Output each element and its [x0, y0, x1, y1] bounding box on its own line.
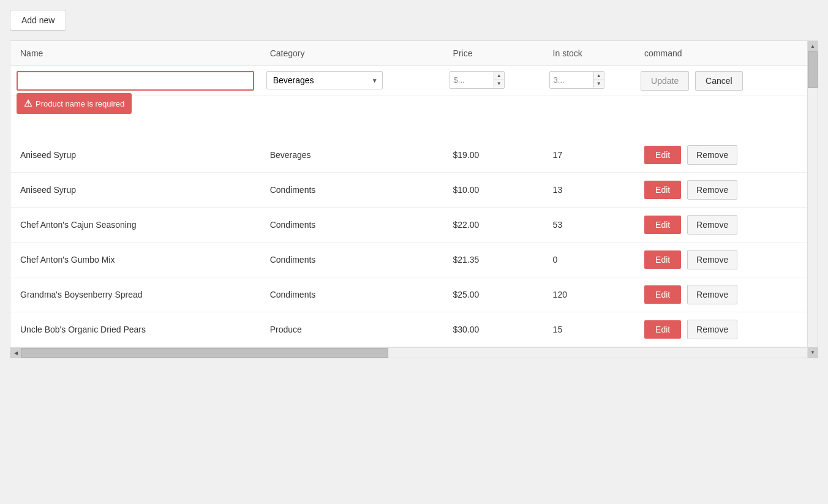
remove-button[interactable]: Remove: [687, 320, 737, 339]
instock-display: 3...: [550, 72, 593, 88]
col-header-instock: In stock: [543, 41, 634, 66]
edit-button[interactable]: Edit: [644, 146, 681, 164]
col-header-category: Category: [260, 41, 443, 66]
validation-icon: ⚠: [24, 98, 32, 109]
product-instock-cell: 13: [543, 173, 634, 208]
horizontal-scrollbar: ◀ ▶: [10, 347, 818, 358]
product-price-cell: $21.35: [443, 243, 543, 277]
edit-command-cell: Update Cancel: [634, 66, 818, 96]
edit-button[interactable]: Edit: [644, 250, 681, 269]
product-command-cell: Edit Remove: [634, 277, 818, 312]
scroll-up-button[interactable]: ▲: [808, 41, 818, 51]
table-container: Name Category Price In stock command: [10, 40, 818, 358]
edit-button[interactable]: Edit: [644, 216, 681, 234]
scroll-thumb-vertical[interactable]: [808, 51, 818, 88]
product-price-cell: $25.00: [443, 277, 543, 312]
product-category-cell: Condiments: [260, 243, 443, 277]
remove-button[interactable]: Remove: [687, 180, 737, 200]
price-increment-button[interactable]: ▲: [494, 72, 504, 80]
scroll-track-vertical: [808, 51, 818, 347]
edit-price-cell: $... ▲ ▼: [443, 66, 543, 96]
product-command-cell: Edit Remove: [634, 243, 818, 277]
edit-name-cell: ⚠ Product name is required: [10, 66, 260, 96]
table-row: Aniseed Syrup Condiments $10.00 13 Edit …: [10, 173, 818, 208]
product-command-cell: Edit Remove: [634, 312, 818, 347]
scroll-left-button[interactable]: ◀: [10, 348, 21, 358]
edit-category-cell: Beverages Condiments Produce Seafood Dai…: [260, 66, 443, 96]
add-new-button[interactable]: Add new: [10, 10, 66, 31]
col-header-price: Price: [443, 41, 543, 66]
table-row: Grandma's Boysenberry Spread Condiments …: [10, 277, 818, 312]
edit-row: ⚠ Product name is required Beverages C: [10, 66, 818, 96]
product-name-cell: Aniseed Syrup: [10, 173, 260, 208]
product-category-cell: Condiments: [260, 208, 443, 243]
name-input-wrapper: ⚠ Product name is required: [17, 71, 254, 91]
table-header-row: Name Category Price In stock command: [10, 41, 818, 66]
product-instock-cell: 53: [543, 208, 634, 243]
remove-button[interactable]: Remove: [687, 250, 737, 269]
remove-button[interactable]: Remove: [687, 215, 737, 235]
product-price-cell: $22.00: [443, 208, 543, 243]
table-row: Chef Anton's Gumbo Mix Condiments $21.35…: [10, 243, 818, 277]
category-select[interactable]: Beverages Condiments Produce Seafood Dai…: [266, 71, 383, 89]
validation-tooltip: ⚠ Product name is required: [17, 93, 132, 114]
product-instock-cell: 15: [543, 312, 634, 347]
products-table: Name Category Price In stock command: [10, 41, 818, 347]
edit-button[interactable]: Edit: [644, 285, 681, 304]
vertical-scrollbar: ▲ ▼: [807, 41, 818, 358]
table-row: Uncle Bob's Organic Dried Pears Produce …: [10, 312, 818, 347]
table-row: Chef Anton's Cajun Seasoning Condiments …: [10, 208, 818, 243]
scroll-track-horizontal: [21, 348, 807, 358]
product-instock-cell: 0: [543, 243, 634, 277]
edit-instock-cell: 3... ▲ ▼: [543, 66, 634, 96]
remove-button[interactable]: Remove: [687, 285, 737, 304]
product-name-cell: Grandma's Boysenberry Spread: [10, 277, 260, 312]
product-name-cell: Chef Anton's Gumbo Mix: [10, 243, 260, 277]
col-header-command: command: [634, 41, 818, 66]
product-price-cell: $10.00: [443, 173, 543, 208]
page-wrapper: Add new Name Category Price In stock com…: [0, 0, 828, 504]
price-display: $...: [450, 72, 494, 88]
instock-decrement-button[interactable]: ▼: [594, 80, 604, 88]
product-category-cell: Condiments: [260, 173, 443, 208]
name-input[interactable]: [17, 71, 254, 91]
product-category-cell: Condiments: [260, 277, 443, 312]
product-instock-cell: 120: [543, 277, 634, 312]
col-header-name: Name: [10, 41, 260, 66]
product-name-cell: Uncle Bob's Organic Dried Pears: [10, 312, 260, 347]
price-decrement-button[interactable]: ▼: [494, 80, 504, 88]
price-spinner: $... ▲ ▼: [450, 71, 505, 89]
instock-spinner: 3... ▲ ▼: [549, 71, 604, 89]
validation-message: Product name is required: [36, 99, 124, 108]
product-category-cell: Beverages: [260, 96, 443, 173]
scroll-down-button[interactable]: ▼: [808, 347, 818, 358]
update-button[interactable]: Update: [641, 71, 689, 91]
product-instock-cell: 17: [543, 96, 634, 173]
category-select-wrapper: Beverages Condiments Produce Seafood Dai…: [266, 71, 383, 89]
instock-spinner-buttons: ▲ ▼: [593, 72, 604, 88]
product-category-cell: Produce: [260, 312, 443, 347]
edit-button[interactable]: Edit: [644, 181, 681, 199]
cancel-button[interactable]: Cancel: [695, 71, 743, 91]
product-command-cell: Edit Remove: [634, 173, 818, 208]
product-price-cell: $30.00: [443, 312, 543, 347]
price-spinner-buttons: ▲ ▼: [494, 72, 504, 88]
instock-increment-button[interactable]: ▲: [594, 72, 604, 80]
toolbar: Add new: [10, 10, 818, 31]
product-command-cell: Edit Remove: [634, 96, 818, 173]
scroll-thumb-horizontal[interactable]: [21, 348, 388, 358]
product-name-cell: Chef Anton's Cajun Seasoning: [10, 208, 260, 243]
product-price-cell: $19.00: [443, 96, 543, 173]
remove-button[interactable]: Remove: [687, 145, 737, 165]
product-command-cell: Edit Remove: [634, 208, 818, 243]
edit-button[interactable]: Edit: [644, 320, 681, 339]
